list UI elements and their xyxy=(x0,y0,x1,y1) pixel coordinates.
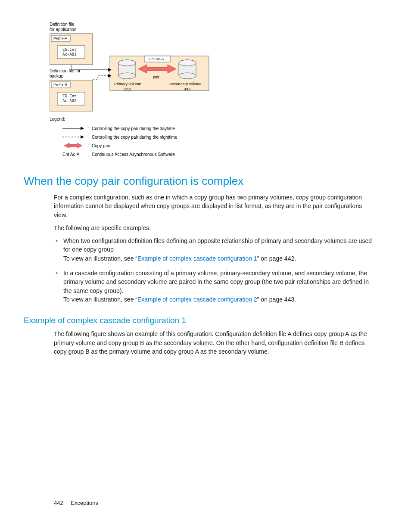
legend-item: Controlling the copy pair during the day… xyxy=(92,126,175,131)
legend-item: : xyxy=(88,126,90,130)
legend-item: : xyxy=(88,134,90,139)
secondary-volume-icon xyxy=(179,60,196,79)
diagram-area: Definition file for application Prefix-A… xyxy=(50,22,387,164)
legend-item: Continuous Access Asynchronous Software xyxy=(92,152,175,157)
diagram-label: CG.Cnt xyxy=(62,47,77,52)
diagram-label: pair xyxy=(153,75,159,79)
diagram-label: Definition file for xyxy=(50,68,81,73)
list-item: When two configuration definition files … xyxy=(54,236,374,263)
list-item: In a cascade configuration consisting of… xyxy=(54,269,374,304)
svg-marker-24 xyxy=(81,127,84,130)
svg-point-18 xyxy=(179,60,196,66)
diagram-label: Prefix-B xyxy=(53,83,67,87)
bullet-text: When two configuration definition files … xyxy=(63,237,372,253)
primary-volume-icon xyxy=(118,60,136,79)
svg-marker-26 xyxy=(81,135,84,139)
see-prefix: To view an illustration, see “ xyxy=(63,296,137,303)
diagram-label: Ac-A02 xyxy=(62,99,77,103)
subsection-heading: Example of complex cascade configuration… xyxy=(24,316,387,325)
diagram-label: Definition file xyxy=(50,22,75,27)
page-number: 442 xyxy=(54,500,63,506)
diagram-label: backup xyxy=(50,74,64,78)
diagram-label: 4:88 xyxy=(184,87,192,91)
diagram-label: Ac-A01 xyxy=(62,52,77,56)
diagram-label: Primary volume xyxy=(114,82,141,86)
diagram-label: Prefix-A xyxy=(53,36,67,40)
paragraph: The following figure shows an example of… xyxy=(54,330,374,356)
diagram-label: CG.Cnt xyxy=(62,94,77,98)
diagram-label: 5:11 xyxy=(124,87,131,91)
xref-link[interactable]: Example of complex cascade configuration… xyxy=(137,296,257,303)
see-suffix: ” on page 442. xyxy=(257,255,296,262)
diagram-label: for application xyxy=(50,27,76,32)
paragraph: For a complex configuration, such as one… xyxy=(54,193,374,219)
legend-item: Controlling the copy pair during the nig… xyxy=(92,135,177,140)
legend-item: : xyxy=(88,143,90,147)
page-footer: 442 Exceptions xyxy=(54,500,98,506)
see-suffix: ” on page 443. xyxy=(257,296,296,303)
xref-link[interactable]: Example of complex cascade configuration… xyxy=(137,255,257,262)
svg-point-12 xyxy=(118,60,136,66)
svg-point-17 xyxy=(179,73,196,79)
see-prefix: To view an illustration, see “ xyxy=(63,255,137,262)
legend-item: : xyxy=(88,152,90,157)
legend-item: Copy pair xyxy=(92,143,110,148)
bullet-text: In a cascade configuration consisting of… xyxy=(63,270,369,294)
diagram-label: Cnt Ac-A xyxy=(149,57,164,61)
legend-item: Cnt Ac-A xyxy=(62,152,80,157)
paragraph: The following are specific examples: xyxy=(54,224,374,232)
section-heading: When the copy pair configuration is comp… xyxy=(24,174,387,188)
footer-section: Exceptions xyxy=(71,500,98,506)
svg-marker-27 xyxy=(64,143,82,148)
legend-title: Legend: xyxy=(50,117,65,121)
svg-point-11 xyxy=(118,73,136,79)
diagram-label: Secondary volume xyxy=(169,82,202,86)
